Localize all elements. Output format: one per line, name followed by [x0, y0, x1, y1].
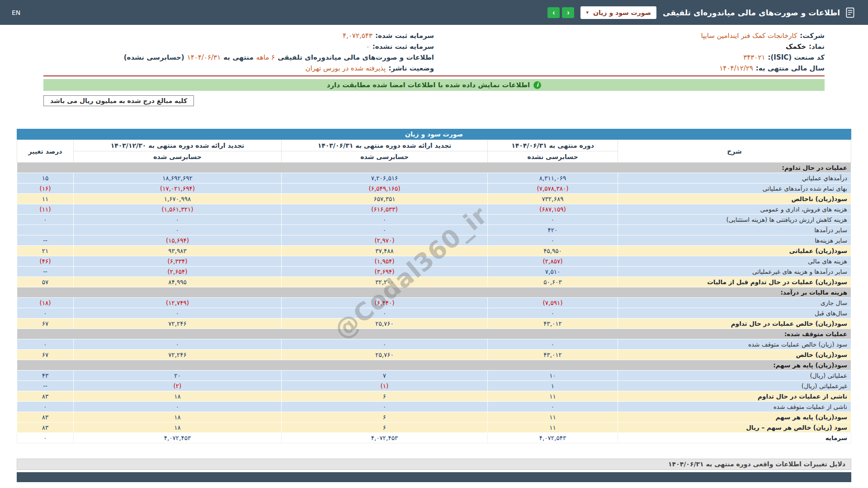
info-value: کارخانجات کمک فنر ایندامین سایپا [701, 32, 797, 40]
next-period-button[interactable]: ‹ [562, 7, 574, 18]
red-divider [43, 75, 825, 76]
value-cell: ۰ [488, 235, 618, 246]
statement-table-body: عملیات در حال تداوم:درآمدهاي عملياتي۸,۳۱… [17, 163, 851, 443]
table-row: سود (زیان) خالص هر سهم – ریال۱۱۶۱۸۸۳ [17, 422, 851, 433]
info-label: شرکت: [800, 32, 825, 40]
value-cell: ۴۵,۹۵۰ [488, 246, 618, 256]
value-cell: ۹۳,۹۸۳ [74, 246, 282, 256]
value-cell: ۶ [282, 422, 488, 433]
value-cell: ۳۲,۲۰۰ [282, 277, 488, 287]
next-section-bar [17, 472, 851, 482]
value-cell: (۱۷,۰۲۱,۶۹۴) [74, 183, 282, 194]
info-row: وضعیت ناشر:پذیرفته شده در بورس تهران [43, 63, 434, 74]
row-label: سایر درآمدها و هزینه های غیرعملیاتی [618, 267, 851, 277]
info-label: سرمایه ثبت شده: [375, 32, 434, 40]
value-cell: (۶,۳۳۴) [74, 256, 282, 267]
row-label: بهای تمام شده درآمدهای عملیاتی [618, 183, 851, 194]
info-icon: i [533, 81, 541, 89]
table-row: سود (زیان) خالص عملیات متوقف شده۰۰۰۰ [17, 339, 851, 350]
section-row: هزینه مالیات بر درآمد: [17, 287, 851, 298]
report-type-select[interactable]: صورت سود و زیان ▾ [580, 6, 656, 19]
row-label: ناشی از عملیات در حال تداوم [618, 391, 851, 402]
value-cell: (۱,۹۵۴) [282, 256, 488, 267]
info-row: اطلاعات و صورت‌های مالی میاندوره‌ای تلفی… [43, 52, 434, 63]
row-label: سود (زیان) خالص هر سهم – ریال [618, 422, 851, 433]
value-cell: (۱۵,۶۹۴) [74, 235, 282, 246]
row-label: سال‌های قبل [618, 308, 851, 319]
table-row: سود(زیان) پایه هر سهم۱۱۶۱۸۸۳ [17, 412, 851, 422]
statement-title-bar: صورت سود و زیان [17, 129, 851, 140]
value-cell: ۰ [488, 402, 618, 412]
table-row: درآمدهاي عملياتي۸,۳۱۱,۰۶۹۷,۲۰۶,۵۱۶۱۸,۶۹۲… [17, 173, 851, 183]
change-cell: ۸۳ [17, 391, 74, 402]
table-row: هزینه های مالی(۲,۸۵۷)(۱,۹۵۴)(۶,۳۳۴)(۴۶) [17, 256, 851, 267]
row-label: سود(زیان) پایه هر سهم [618, 412, 851, 422]
change-cell [17, 225, 74, 235]
value-cell: ۱۸ [74, 391, 282, 402]
change-cell: ۰ [17, 433, 74, 443]
info-label: سال مالی منتهی به: [756, 64, 825, 72]
value-cell: ۱۱ [488, 422, 618, 433]
row-label: سال جاری [618, 298, 851, 308]
col-subheader-audit-1: حسابرسی شده [282, 151, 488, 163]
table-header-row: شرح دوره منتهی به ۱۴۰۴/۰۶/۳۱ تجدید ارائه… [17, 140, 851, 151]
info-row: سرمایه ثبت شده:۴,۰۷۲,۵۴۳ [43, 30, 434, 41]
col-header-description: شرح [618, 140, 851, 163]
value-cell: (۱۲,۷۴۹) [74, 298, 282, 308]
row-label: سرمایه [618, 433, 851, 443]
change-cell: (۱۸) [17, 298, 74, 308]
value-cell: ۱ [488, 381, 618, 391]
info-row: سرمایه ثبت نشده:۰ [43, 41, 434, 52]
section-label: عملیات در حال تداوم: [17, 163, 851, 173]
value-cell: ۰ [74, 215, 282, 225]
row-label: هزینه های مالی [618, 256, 851, 267]
row-label: هزینه های فروش، اداری و عمومی [618, 204, 851, 215]
value-cell: ۴۳,۰۱۲ [488, 319, 618, 329]
value-cell: ۴,۰۷۲,۴۵۳ [282, 433, 488, 443]
value-cell: ۰ [282, 339, 488, 350]
signed-info-bar: i اطلاعات نمایش داده شده با اطلاعات امضا… [43, 79, 825, 91]
table-row: هزینه های فروش، اداری و عمومی(۶۸۷,۱۵۹)(۶… [17, 204, 851, 215]
change-cell: -- [17, 235, 74, 246]
section-label: سود(زیان) پایه هر سهم: [17, 360, 851, 371]
table-row: سایر درآمدها و هزینه های غیرعملیاتی۷,۵۱۰… [17, 267, 851, 277]
value-cell: ۰ [488, 215, 618, 225]
col-header-change-percent: درصد تغییر [17, 140, 74, 163]
value-cell: ۰ [74, 402, 282, 412]
value-cell: ۷ [282, 371, 488, 381]
language-toggle[interactable]: EN [12, 9, 20, 16]
company-info-grid: شرکت:کارخانجات کمک فنر ایندامین سایپانما… [43, 30, 825, 74]
info-value: ۱۴۰۴/۱۲/۲۹ [719, 64, 753, 72]
row-label: هزینه کاهش ارزش دریافتنی ها (هزینه استثن… [618, 215, 851, 225]
table-row: سرمایه۴,۰۷۲,۵۴۳۴,۰۷۲,۴۵۳۴,۰۷۲,۴۵۳۰ [17, 433, 851, 443]
table-row: سایر درآمدها۴۲۰۰۰ [17, 225, 851, 235]
company-info-right: شرکت:کارخانجات کمک فنر ایندامین سایپانما… [434, 30, 825, 74]
top-header: اطلاعات و صورت‌های مالی میاندوره‌ای تلفی… [0, 0, 868, 25]
currency-unit-note: کلیه مبالغ درج شده به میلیون ریال می باش… [43, 95, 194, 106]
row-label: سایر درآمدها [618, 225, 851, 235]
change-cell: ۱۱ [17, 194, 74, 204]
value-cell: ۵۰,۶۰۳ [488, 277, 618, 287]
row-label: غیرعملیاتی (ریال) [618, 381, 851, 391]
info-label: وضعیت ناشر: [388, 64, 434, 72]
change-cell: (۱۱) [17, 204, 74, 215]
info-value: ۴,۰۷۲,۵۴۳ [343, 32, 373, 40]
row-label: سود(زیان) ناخالص [618, 194, 851, 204]
change-cell: ۰ [17, 308, 74, 319]
change-cell: -- [17, 381, 74, 391]
value-cell: (۶۱۶,۵۳۳) [282, 204, 488, 215]
value-cell: ۸۴,۹۹۵ [74, 277, 282, 287]
report-document-icon [844, 7, 856, 19]
value-cell: ۰ [488, 339, 618, 350]
chevron-down-icon: ▾ [586, 9, 589, 15]
info-text-part: ۱۴۰۴/۰۶/۳۱ [187, 53, 221, 61]
value-cell: (۲) [74, 381, 282, 391]
prev-period-button[interactable]: › [547, 7, 560, 18]
change-cell: ۸۳ [17, 422, 74, 433]
value-cell: (۳,۶۹۴) [282, 267, 488, 277]
value-cell: ۰ [74, 225, 282, 235]
section-row: سود(زیان) پایه هر سهم: [17, 360, 851, 371]
income-statement-section: @Codal360_ir صورت سود و زیان شرح دوره من… [17, 129, 851, 443]
col-header-period-current: دوره منتهی به ۱۴۰۴/۰۶/۳۱ [488, 140, 618, 151]
value-cell: ۰ [74, 339, 282, 350]
